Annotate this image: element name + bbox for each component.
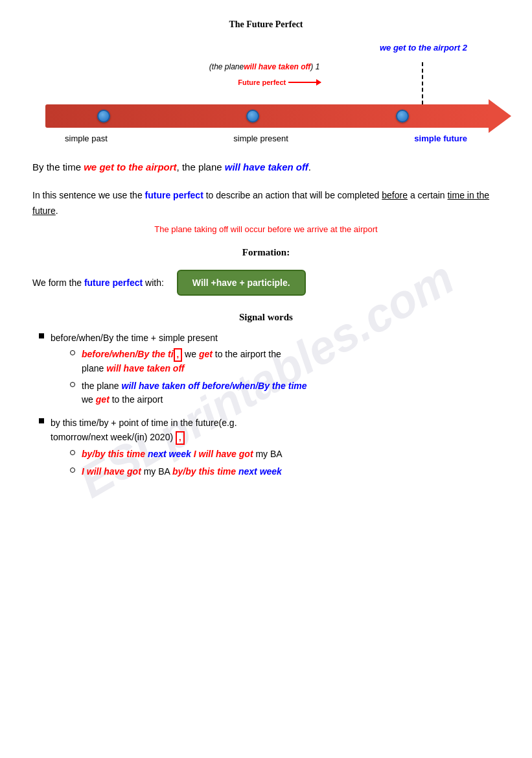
circle-bullet-2 xyxy=(70,382,75,387)
fp-arrow xyxy=(288,82,321,83)
dot-past xyxy=(97,110,110,123)
signal-item-2: by this time/by + point of time in the f… xyxy=(39,416,500,482)
dot-present xyxy=(246,110,259,123)
period-text: . xyxy=(308,161,311,172)
we-get-2: we get to the airport xyxy=(82,394,163,405)
we-get-text: we get to the airport xyxy=(84,161,176,172)
next-week-2: next week xyxy=(236,466,282,477)
sub-item-2-2: I will have got my BA by/by this time ne… xyxy=(70,465,500,479)
main-sentence: By the time we get to the airport, the p… xyxy=(32,160,500,175)
before-when-label: before/when/By the ti xyxy=(82,349,174,359)
formation-text: We form the future perfect with: xyxy=(32,278,164,288)
signal-words-title: Signal words xyxy=(32,312,500,323)
signal-list: before/when/By the time + simple present… xyxy=(32,331,500,483)
will-have-text: will have taken off xyxy=(225,161,308,172)
timeline-area: we get to the airport 2 (the planewill h… xyxy=(32,43,500,147)
formation-fp: future perfect xyxy=(84,278,143,288)
sub-item-1-1-content: before/when/By the ti, we get to the air… xyxy=(82,348,281,375)
description-paragraph: In this sentence we use the future perfe… xyxy=(32,188,500,219)
i-will-have-1: I will have got xyxy=(194,449,253,459)
formula-box: Will +have + participle. xyxy=(177,270,306,296)
we-get-label: we get to the airport 2 xyxy=(380,43,467,53)
sub-item-2-2-content: I will have got my BA by/by this time ne… xyxy=(82,465,282,479)
i-will-have-2: I will have got xyxy=(82,466,141,477)
will-have-1: will have taken off xyxy=(122,381,200,391)
plane-label: (the planewill have taken off) 1 xyxy=(209,62,320,71)
formation-row: We form the future perfect with: Will +h… xyxy=(32,270,500,296)
sub-item-1-1: before/when/By the ti, we get to the air… xyxy=(70,348,500,375)
comma-text: , the plane xyxy=(177,161,225,172)
red-note: The plane taking off will occur before w… xyxy=(32,224,500,234)
sub-item-2-1: by/by this time next week I will have go… xyxy=(70,447,500,461)
label-simple-past: simple past xyxy=(65,134,108,143)
by-the-time-text: By the time xyxy=(32,161,84,172)
bullet-square-1 xyxy=(39,333,44,338)
signal-item-1: before/when/By the time + simple present… xyxy=(39,331,500,410)
future-perfect-highlight: future perfect xyxy=(145,190,203,200)
by-this-time-2: by/by this time xyxy=(172,466,236,477)
circle-bullet-3 xyxy=(70,450,75,455)
sub-item-2-1-content: by/by this time next week I will have go… xyxy=(82,447,283,461)
sub-list-2: by/by this time next week I will have go… xyxy=(51,447,500,479)
before-when-2: before/when/By the time xyxy=(202,381,307,391)
comma-box-1: , xyxy=(174,348,183,362)
timeline-arrow xyxy=(45,104,493,128)
bullet-square-2 xyxy=(39,418,44,423)
sub-item-1-2: the plane will have taken off before/whe… xyxy=(70,379,500,407)
next-week-1: next week xyxy=(145,449,191,459)
the-word: the xyxy=(268,349,281,359)
sub-list-1: before/when/By the ti, we get to the air… xyxy=(51,348,500,407)
by-this-time-1: by/by this time xyxy=(82,449,145,459)
we-get-sub: we get to the airport xyxy=(182,349,266,359)
timeline-labels: simple past simple present simple future xyxy=(32,134,500,143)
label-simple-future: simple future xyxy=(414,134,467,143)
sub-item-1-2-content: the plane will have taken off before/whe… xyxy=(82,379,307,407)
formation-title: Formation: xyxy=(32,247,500,258)
before-underline: before xyxy=(382,190,408,200)
plane-will-1: plane will have taken off xyxy=(82,363,185,373)
dot-future xyxy=(396,110,409,123)
signal-item-2-text: by this time/by + point of time in the f… xyxy=(51,416,500,482)
future-perfect-label: Future perfect xyxy=(238,78,321,86)
comma-box-2: , xyxy=(176,431,185,445)
circle-bullet-1 xyxy=(70,350,75,355)
page-title: The Future Perfect xyxy=(32,19,500,30)
circle-bullet-4 xyxy=(70,468,75,473)
signal-item-1-text: before/when/By the time + simple present… xyxy=(51,331,500,410)
label-simple-present: simple present xyxy=(233,134,288,143)
